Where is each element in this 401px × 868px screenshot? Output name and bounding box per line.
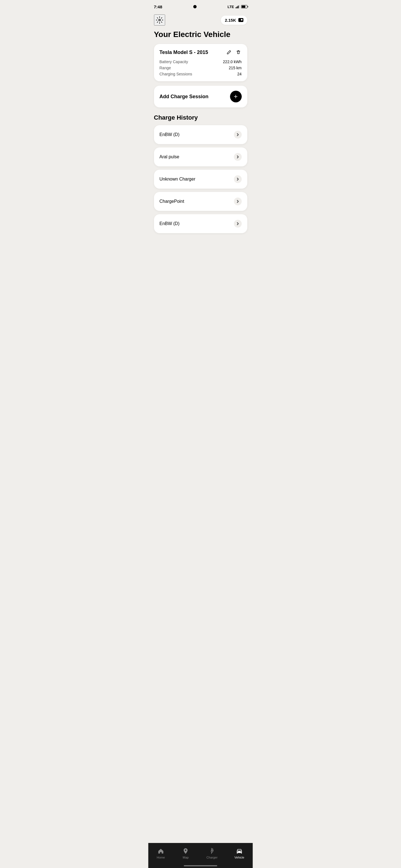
plus-icon: +	[234, 93, 237, 100]
charging-sessions-value: 24	[237, 72, 242, 76]
range-label: Range	[160, 66, 171, 70]
battery-fill	[242, 6, 246, 8]
chevron-right-icon	[234, 131, 242, 138]
balance-amount: 2.15K	[225, 18, 236, 23]
vehicle-card: Tesla Model S - 2015 Battery Capacity 22…	[154, 44, 247, 81]
wallet-icon	[238, 18, 244, 22]
charging-sessions-label: Charging Sessions	[160, 72, 193, 76]
balance-button[interactable]: 2.15K	[221, 16, 247, 25]
charge-history-title: Charge History	[154, 114, 247, 121]
delete-vehicle-button[interactable]	[235, 49, 242, 56]
history-item-label: Aral pulse	[160, 154, 179, 159]
vehicle-name: Tesla Model S - 2015	[160, 50, 208, 55]
page-title: Your Electric Vehicle	[154, 30, 247, 39]
chevron-right-icon	[234, 153, 242, 161]
edit-vehicle-button[interactable]	[226, 49, 232, 56]
history-item-label: EnBW (D)	[160, 221, 180, 226]
svg-point-0	[159, 19, 161, 21]
range-value: 215 km	[229, 66, 242, 70]
add-session-card[interactable]: Add Charge Session +	[154, 86, 247, 107]
status-right-icons: LTE	[228, 5, 247, 9]
settings-button[interactable]	[154, 14, 165, 26]
chevron-right-icon	[234, 175, 242, 183]
status-time: 7:48	[154, 4, 162, 9]
signal-bar-1	[236, 7, 236, 8]
vehicle-stats: Battery Capacity 222.0 kWh Range 215 km …	[160, 60, 242, 76]
battery-capacity-value: 222.0 kWh	[223, 60, 242, 64]
history-item-label: Unknown Charger	[160, 177, 196, 182]
chevron-right-icon	[234, 220, 242, 227]
vehicle-actions	[226, 49, 242, 56]
history-item[interactable]: Aral pulse	[154, 148, 247, 166]
settings-icon	[156, 16, 164, 24]
battery-icon	[241, 5, 247, 8]
stat-row-range: Range 215 km	[160, 66, 242, 70]
delete-icon	[236, 50, 241, 55]
top-bar: 2.15K	[148, 12, 253, 30]
signal-bar-2	[237, 6, 237, 8]
add-session-label: Add Charge Session	[160, 94, 208, 100]
camera-dot	[193, 5, 197, 8]
history-item-label: ChargePoint	[160, 199, 184, 204]
history-item[interactable]: Unknown Charger	[154, 170, 247, 189]
camera-notch	[193, 5, 197, 8]
history-item[interactable]: EnBW (D)	[154, 125, 247, 144]
main-content: Your Electric Vehicle Tesla Model S - 20…	[148, 30, 253, 261]
history-item[interactable]: ChargePoint	[154, 192, 247, 211]
edit-icon	[226, 50, 232, 55]
signal-bar-4	[239, 5, 240, 8]
status-bar: 7:48 LTE	[148, 0, 253, 12]
history-item-label: EnBW (D)	[160, 132, 180, 137]
history-list: EnBW (D) Aral pulse Unknown Charger	[154, 125, 247, 233]
stat-row-battery: Battery Capacity 222.0 kWh	[160, 60, 242, 64]
chevron-right-icon	[234, 197, 242, 205]
signal-bar-3	[238, 6, 239, 8]
battery-capacity-label: Battery Capacity	[160, 60, 188, 64]
history-item[interactable]: EnBW (D)	[154, 214, 247, 233]
lte-label: LTE	[228, 5, 234, 9]
vehicle-card-header: Tesla Model S - 2015	[160, 49, 242, 56]
stat-row-sessions: Charging Sessions 24	[160, 72, 242, 76]
add-session-button[interactable]: +	[230, 91, 242, 102]
signal-icon	[236, 5, 240, 8]
